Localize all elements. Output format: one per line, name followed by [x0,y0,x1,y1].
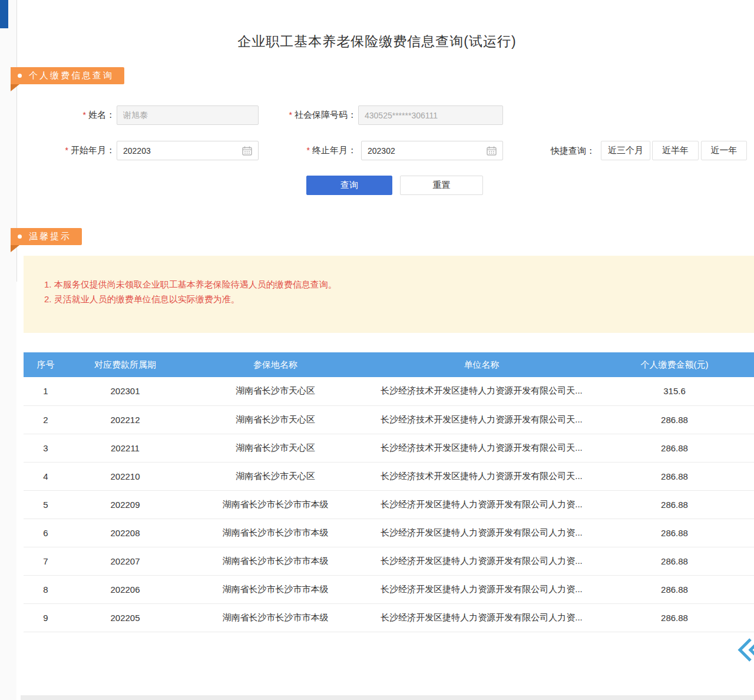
table-row: 8202206湖南省长沙市长沙市市本级长沙经济开发区捷特人力资源开发有限公司人力… [24,575,754,603]
corner-accent-block [0,0,8,28]
table-cell: 202210 [68,462,183,490]
ssn-value: 430525******306111 [365,111,497,120]
header-seq: 序号 [24,352,68,377]
table-cell: 4 [24,462,68,490]
table-cell: 2 [24,405,68,434]
table-row: 3202211湖南省长沙市天心区长沙经济技术开发区捷特人力资源开发有限公司天..… [24,434,754,462]
table-cell: 1 [24,377,68,405]
start-month-field[interactable]: 202203 [117,141,259,160]
table-cell: 202207 [68,547,183,575]
quick-button-1year[interactable]: 近一年 [701,141,747,160]
table-row: 6202208湖南省长沙市长沙市市本级长沙经济开发区捷特人力资源开发有限公司人力… [24,519,754,547]
section-badge-personal-query: 个人缴费信息查询 [11,67,124,84]
required-asterisk: * [65,146,68,155]
table-cell: 湖南省长沙市长沙市市本级 [183,547,368,575]
table-cell: 5 [24,490,68,519]
header-amount: 个人缴费金额(元) [595,352,754,377]
section-badge-label: 个人缴费信息查询 [29,70,114,81]
required-asterisk: * [289,110,292,120]
bottom-scrollbar-track[interactable] [21,695,754,700]
left-margin-strip [0,0,16,700]
page-title: 企业职工基本养老保险缴费信息查询(试运行) [0,32,754,51]
table-cell: 202209 [68,490,183,519]
table-cell: 7 [24,547,68,575]
table-cell: 286.88 [595,434,754,462]
tips-panel: 1. 本服务仅提供尚未领取企业职工基本养老保险待遇人员的缴费信息查询。 2. 灵… [24,256,754,333]
tips-line-2: 2. 灵活就业人员的缴费单位信息以实际缴费为准。 [44,292,754,306]
table-cell: 202301 [68,377,183,405]
quick-query-label: 快捷查询： [551,141,595,160]
table-cell: 长沙经济技术开发区捷特人力资源开发有限公司天... [368,377,595,405]
table-row: 4202210湖南省长沙市天心区长沙经济技术开发区捷特人力资源开发有限公司天..… [24,462,754,490]
double-left-chevron-icon[interactable] [738,638,754,662]
bullet-dot-icon [18,235,22,239]
table-cell: 长沙经济开发区捷特人力资源开发有限公司人力资... [368,519,595,547]
end-month-label: *终止年月： [293,140,356,160]
start-month-label: *开始年月： [52,140,115,160]
required-asterisk: * [307,146,310,155]
ssn-field[interactable]: 430525******306111 [358,105,503,125]
table-row: 7202207湖南省长沙市长沙市市本级长沙经济开发区捷特人力资源开发有限公司人力… [24,547,754,575]
end-month-field[interactable]: 202302 [361,141,503,160]
table-cell: 长沙经济开发区捷特人力资源开发有限公司人力资... [368,547,595,575]
table-cell: 长沙经济技术开发区捷特人力资源开发有限公司天... [368,405,595,434]
table-cell: 202205 [68,603,183,632]
table-cell: 湖南省长沙市天心区 [183,405,368,434]
table-cell: 286.88 [595,547,754,575]
header-employer: 单位名称 [368,352,595,377]
table-cell: 202212 [68,405,183,434]
required-asterisk: * [83,110,86,120]
table-cell: 202208 [68,519,183,547]
table-cell: 湖南省长沙市长沙市市本级 [183,575,368,603]
quick-button-6months[interactable]: 近半年 [652,141,699,160]
table-cell: 长沙经济技术开发区捷特人力资源开发有限公司天... [368,462,595,490]
bullet-dot-icon [18,74,22,78]
quick-button-3months[interactable]: 近三个月 [601,141,650,160]
table-row: 9202205湖南省长沙市长沙市市本级长沙经济开发区捷特人力资源开发有限公司人力… [24,603,754,632]
table-cell: 286.88 [595,603,754,632]
name-value: 谢旭泰 [123,110,252,121]
name-label: *姓名： [52,105,115,125]
table-cell: 湖南省长沙市长沙市市本级 [183,490,368,519]
table-cell: 长沙经济技术开发区捷特人力资源开发有限公司天... [368,434,595,462]
table-cell: 202206 [68,575,183,603]
results-table: 序号 对应费款所属期 参保地名称 单位名称 个人缴费金额(元) 1202301湖… [24,352,754,632]
table-cell: 8 [24,575,68,603]
table-row: 2202212湖南省长沙市天心区长沙经济技术开发区捷特人力资源开发有限公司天..… [24,405,754,434]
calendar-icon[interactable] [487,146,497,156]
page: 企业职工基本养老保险缴费信息查询(试运行) 个人缴费信息查询 *姓名： 谢旭泰 … [0,0,754,700]
table-cell: 长沙经济开发区捷特人力资源开发有限公司人力资... [368,490,595,519]
table-cell: 湖南省长沙市长沙市市本级 [183,603,368,632]
header-period: 对应费款所属期 [68,352,183,377]
table-body: 1202301湖南省长沙市天心区长沙经济技术开发区捷特人力资源开发有限公司天..… [24,377,754,632]
table-cell: 3 [24,434,68,462]
table-header-row: 序号 对应费款所属期 参保地名称 单位名称 个人缴费金额(元) [24,352,754,377]
table-cell: 湖南省长沙市天心区 [183,462,368,490]
start-month-value: 202203 [123,146,242,156]
table-cell: 长沙经济开发区捷特人力资源开发有限公司人力资... [368,575,595,603]
table-cell: 286.88 [595,575,754,603]
table-cell: 9 [24,603,68,632]
table-cell: 湖南省长沙市天心区 [183,434,368,462]
table-row: 1202301湖南省长沙市天心区长沙经济技术开发区捷特人力资源开发有限公司天..… [24,377,754,405]
table-cell: 286.88 [595,490,754,519]
table-cell: 286.88 [595,462,754,490]
name-field[interactable]: 谢旭泰 [117,105,259,125]
reset-button[interactable]: 重置 [400,176,483,195]
table-cell: 202211 [68,434,183,462]
table-cell: 6 [24,519,68,547]
query-button[interactable]: 查询 [306,176,392,195]
calendar-icon[interactable] [242,146,252,156]
table-cell: 286.88 [595,405,754,434]
section-badge-label: 温馨提示 [29,231,71,242]
ssn-label: *社会保障号码： [268,105,356,125]
table-cell: 长沙经济开发区捷特人力资源开发有限公司人力资... [368,603,595,632]
table-cell: 湖南省长沙市长沙市市本级 [183,519,368,547]
table-cell: 286.88 [595,519,754,547]
section-badge-tips: 温馨提示 [11,228,82,245]
header-location: 参保地名称 [183,352,368,377]
table-row: 5202209湖南省长沙市长沙市市本级长沙经济开发区捷特人力资源开发有限公司人力… [24,490,754,519]
tips-line-1: 1. 本服务仅提供尚未领取企业职工基本养老保险待遇人员的缴费信息查询。 [44,277,754,292]
table-cell: 湖南省长沙市天心区 [183,377,368,405]
end-month-value: 202302 [368,146,487,156]
